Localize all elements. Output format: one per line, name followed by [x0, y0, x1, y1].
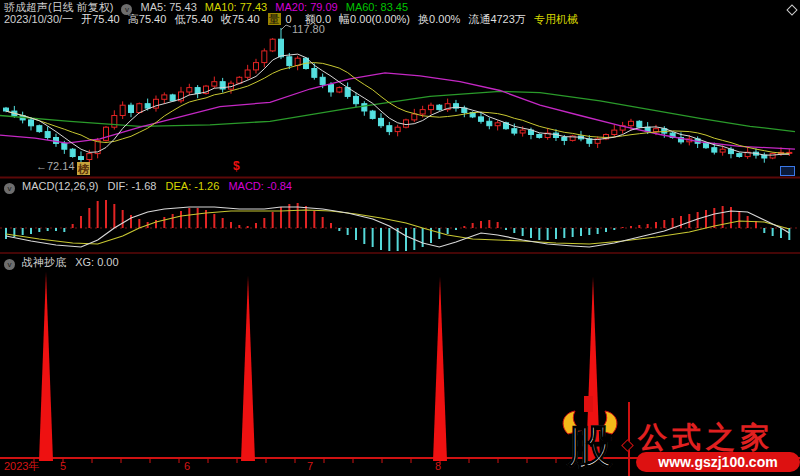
candlestick-panel: [0, 25, 795, 163]
volume-value: 0: [286, 13, 292, 25]
high-value: 高75.40: [128, 13, 167, 25]
watermark: 股 公式之家 www.gszj100.com: [552, 394, 800, 476]
ma5-value: MA5: 75.43: [141, 1, 197, 13]
site-url: www.gszj100.com: [636, 452, 800, 472]
open-value: 开75.40: [81, 13, 120, 25]
chevron-down-icon[interactable]: v: [4, 259, 15, 270]
macd-value: MACD: -0.84: [228, 180, 292, 192]
float-shares-value: 流通4723万: [468, 13, 525, 25]
macd-title: MACD(12,26,9): [22, 180, 98, 192]
dollar-marker: $: [233, 160, 240, 172]
axis-month-label: 8: [435, 461, 441, 472]
ma10-value: MA10: 77.43: [205, 1, 267, 13]
dea-value: DEA: -1.26: [166, 180, 220, 192]
expand-button[interactable]: [780, 166, 795, 176]
date-text: 2023/10/30/一: [4, 13, 73, 25]
close-value: 收75.40: [221, 13, 260, 25]
chevron-down-icon[interactable]: v: [4, 183, 15, 194]
macd-header: v MACD(12,26,9) DIF: -1.68 DEA: -1.26 MA…: [4, 180, 292, 194]
volume-label: 量: [268, 13, 281, 25]
turnover-value: 换0.00%: [418, 13, 460, 25]
stock-title: 骄成超声(日线 前复权): [4, 1, 113, 13]
signal-panel: [39, 272, 600, 461]
macd-panel: [0, 200, 800, 251]
dif-value: DIF: -1.68: [108, 180, 157, 192]
low-value: 低75.40: [174, 13, 213, 25]
change-range-value: 幅0.00(0.00%): [339, 13, 410, 25]
watermark-diamond-icon: [621, 439, 634, 452]
signal-title: 战神抄底: [22, 256, 66, 268]
low-annotation: ←72.14: [36, 161, 75, 172]
industry-label: 专用机械: [534, 13, 578, 25]
axis-month-label: 7: [307, 461, 313, 472]
high-annotation: 117.80: [292, 24, 325, 35]
axis-month-label: 2023年: [4, 461, 39, 472]
axis-month-label: 6: [184, 461, 190, 472]
xg-value: XG: 0.00: [75, 256, 118, 268]
signal-header: v 战神抄底 XG: 0.00: [4, 256, 119, 270]
axis-month-label: 5: [60, 461, 66, 472]
ma60-value: MA60: 83.45: [346, 1, 408, 13]
ma20-value: MA20: 79.09: [275, 1, 337, 13]
signal-badge: 榜: [77, 162, 90, 175]
app-window: 骄成超声(日线 前复权) v MA5: 75.43 MA10: 77.43 MA…: [0, 0, 800, 476]
bull-logo-char: 股: [567, 420, 613, 473]
bull-logo: 股: [558, 394, 622, 474]
